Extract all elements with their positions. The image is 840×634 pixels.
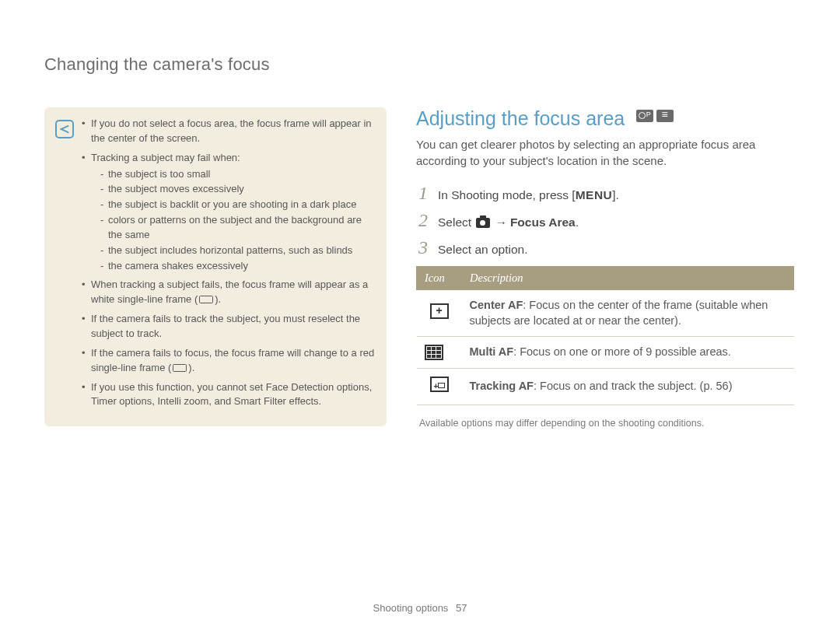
mode-icons xyxy=(636,110,674,122)
camera-icon xyxy=(476,218,490,228)
note-item: If the camera fails to focus, the focus … xyxy=(82,346,376,376)
icon-cell xyxy=(417,290,462,337)
option-name: Tracking AF xyxy=(470,380,534,392)
left-column: If you do not select a focus area, the f… xyxy=(44,107,387,429)
note-subitem: the subject is backlit or you are shooti… xyxy=(100,198,376,212)
step-post: ]. xyxy=(612,188,619,201)
note-subitem: the subject moves excessively xyxy=(100,182,376,197)
desc-cell: Tracking AF: Focus on and track the subj… xyxy=(462,369,794,405)
step-bold: Focus Area xyxy=(510,215,576,229)
page-footer: Shooting options 57 xyxy=(0,602,840,614)
option-desc: : Focus on and track the subject. (p. 56… xyxy=(534,380,733,392)
col-header-icon: Icon xyxy=(417,267,462,290)
frame-white-icon xyxy=(199,296,213,303)
table-header-row: Icon Description xyxy=(417,267,794,290)
center-af-icon xyxy=(430,303,449,319)
table-row: Multi AF: Focus on one or more of 9 poss… xyxy=(417,337,794,369)
note-text: When tracking a subject fails, the focus… xyxy=(91,278,368,305)
step-text: Select →Focus Area. xyxy=(438,215,579,229)
note-item: When tracking a subject fails, the focus… xyxy=(82,278,376,307)
note-box: If you do not select a focus area, the f… xyxy=(44,107,387,426)
arrow-icon: → xyxy=(495,215,507,229)
step-pre: Select xyxy=(438,215,474,229)
footer-section: Shooting options xyxy=(373,602,449,614)
step-text: Select an option. xyxy=(438,243,527,257)
mode-program-icon xyxy=(636,110,653,122)
tracking-af-icon xyxy=(430,377,449,392)
note-text: ). xyxy=(215,293,221,305)
content-columns: If you do not select a focus area, the f… xyxy=(44,107,796,429)
mode-scene-icon xyxy=(656,110,674,122)
section-intro: You can get clearer photos by selecting … xyxy=(416,136,794,169)
menu-button-label: MENU xyxy=(576,188,613,201)
step-number: 1 xyxy=(416,183,430,204)
table-row: Tracking AF: Focus on and track the subj… xyxy=(417,369,794,405)
steps-list: 1 In Shooting mode, press [MENU]. 2 Sele… xyxy=(416,183,794,258)
note-subitem: the camera shakes excessively xyxy=(100,259,376,274)
page: Changing the camera's focus If you do no… xyxy=(0,0,840,634)
frame-red-icon xyxy=(173,364,187,372)
option-name: Center AF xyxy=(470,299,523,311)
table-row: Center AF: Focus on the center of the fr… xyxy=(417,290,794,337)
option-name: Multi AF xyxy=(470,345,514,358)
step-item: 2 Select →Focus Area. xyxy=(416,210,794,231)
note-item: Tracking a subject may fail when: the su… xyxy=(82,151,376,274)
note-item: If you use this function, you cannot set… xyxy=(82,380,376,410)
note-text: If the camera fails to focus, the focus … xyxy=(91,347,374,373)
col-header-description: Description xyxy=(462,267,794,290)
step-post: . xyxy=(576,215,579,229)
right-column: Adjusting the focus area You can get cle… xyxy=(416,107,794,429)
note-icon xyxy=(55,120,74,138)
section-title: Adjusting the focus area xyxy=(416,107,625,129)
note-sublist: the subject is too small the subject mov… xyxy=(91,167,376,274)
step-pre: In Shooting mode, press [ xyxy=(438,188,576,201)
desc-cell: Multi AF: Focus on one or more of 9 poss… xyxy=(462,337,794,369)
note-text: If you do not select a focus area, the f… xyxy=(91,117,372,144)
desc-cell: Center AF: Focus on the center of the fr… xyxy=(462,290,794,337)
note-subitem: the subject is too small xyxy=(100,167,376,182)
note-item: If the camera fails to track the subject… xyxy=(82,312,376,342)
note-subitem: the subject includes horizontal patterns… xyxy=(100,243,376,258)
page-number: 57 xyxy=(456,602,467,614)
note-item: If you do not select a focus area, the f… xyxy=(82,117,376,146)
note-text: If the camera fails to track the subject… xyxy=(91,313,360,339)
note-text: If you use this function, you cannot set… xyxy=(91,381,372,408)
focus-options-table: Icon Description Center AF: Focus on the… xyxy=(416,266,794,405)
step-item: 3 Select an option. xyxy=(416,237,794,258)
page-title: Changing the camera's focus xyxy=(44,54,796,75)
note-text: ). xyxy=(188,362,194,373)
icon-cell xyxy=(417,369,462,405)
step-item: 1 In Shooting mode, press [MENU]. xyxy=(416,183,794,204)
table-footnote: Available options may differ depending o… xyxy=(419,418,794,429)
note-subitem: colors or patterns on the subject and th… xyxy=(100,213,376,243)
step-number: 2 xyxy=(416,210,430,231)
multi-af-icon xyxy=(425,345,443,360)
section-heading-row: Adjusting the focus area xyxy=(416,107,794,130)
step-text: In Shooting mode, press [MENU]. xyxy=(438,188,619,202)
step-number: 3 xyxy=(416,237,430,258)
icon-cell xyxy=(417,337,462,369)
note-list: If you do not select a focus area, the f… xyxy=(82,117,376,414)
note-text: Tracking a subject may fail when: xyxy=(91,152,240,163)
option-desc: : Focus on one or more of 9 possible are… xyxy=(513,345,731,358)
